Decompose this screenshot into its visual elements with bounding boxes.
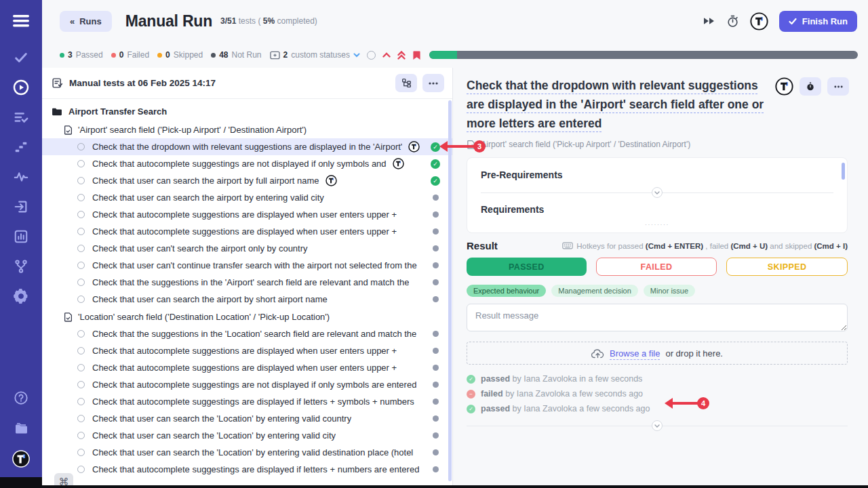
passed-result-button[interactable]: PASSED	[467, 258, 587, 276]
test-row[interactable]: Check that user can search the airport b…	[42, 172, 452, 189]
suite-row[interactable]: 'Airport' search field ('Pick-up Airport…	[42, 121, 452, 138]
timer-button[interactable]	[800, 77, 821, 96]
assignee-avatar-logo	[393, 158, 404, 169]
test-title: Check that autocomplete suggestions are …	[92, 363, 397, 373]
not-run-status-icon	[433, 449, 439, 455]
test-list-scrollbar[interactable]	[448, 100, 452, 481]
status-count-item[interactable]: 0 Failed	[111, 50, 149, 60]
test-row[interactable]: Check that user can search the airport b…	[42, 291, 452, 308]
test-row[interactable]: Check that user can't search the airport…	[42, 240, 452, 257]
test-row[interactable]: Check that the suggestions in the 'Locat…	[42, 325, 452, 342]
test-state-circle-icon	[77, 160, 85, 167]
list-check-icon[interactable]	[12, 108, 30, 126]
import-icon[interactable]	[12, 198, 30, 216]
status-dot	[60, 53, 64, 58]
back-to-runs-button[interactable]: « Runs	[60, 11, 112, 32]
steps-icon[interactable]	[12, 138, 30, 156]
test-row[interactable]: Check that autocomplete suggestings are …	[42, 461, 452, 478]
collapse-toggle-icon[interactable]	[652, 187, 663, 198]
result-tag[interactable]: Management decision	[551, 285, 638, 297]
test-state-circle-icon	[77, 262, 85, 269]
file-upload-dropzone[interactable]: Browse a file or drop it here.	[467, 342, 848, 365]
test-case-title[interactable]: Check that the dropdown with relevant su…	[467, 76, 773, 133]
test-state-circle-icon	[77, 398, 85, 405]
failed-result-button[interactable]: FAILED	[596, 258, 717, 276]
card-scrollbar[interactable]	[842, 163, 845, 180]
test-state-circle-icon	[77, 330, 85, 338]
suite-row[interactable]: 'Location' search field ('Destination Lo…	[42, 308, 452, 325]
bookmark-icon[interactable]	[412, 50, 421, 60]
fast-forward-icon[interactable]	[703, 16, 715, 26]
history-status-word: passed	[481, 374, 510, 384]
text-segment: 5%	[263, 16, 275, 26]
app-sidebar	[0, 0, 42, 488]
branch-icon[interactable]	[12, 258, 30, 275]
test-row[interactable]: Check that autocomplete suggestings are …	[42, 376, 452, 393]
suite-label: 'Airport' search field ('Pick-up Airport…	[78, 125, 307, 135]
folder-row[interactable]: Airport Transfer Search	[42, 102, 452, 121]
bar-chart-icon[interactable]	[12, 228, 30, 245]
more-options-button[interactable]	[827, 77, 849, 96]
test-row[interactable]: Check that the dropdown with relevant su…	[42, 138, 452, 155]
skipped-result-button[interactable]: SKIPPED	[726, 258, 848, 276]
not-run-status-icon	[433, 331, 439, 337]
result-tag[interactable]: Expected behaviour	[467, 285, 546, 297]
test-row[interactable]: Check that autocomplete suggestions are …	[42, 206, 452, 223]
test-row[interactable]: Check that the suggestions in the 'Airpo…	[42, 274, 452, 291]
test-title: Check that user can search the 'Location…	[92, 447, 413, 458]
result-message-input[interactable]	[467, 304, 848, 331]
history-status-word: failed	[481, 389, 503, 399]
test-row[interactable]: Check that autocomplete suggestings are …	[42, 155, 452, 172]
history-text: by Iana Zavoloka in a few seconds	[510, 374, 642, 384]
folder-copy-icon[interactable]	[12, 420, 30, 437]
status-count-item[interactable]: 48 Not Run	[211, 50, 261, 60]
test-row[interactable]: Check that user can search the 'Location…	[42, 427, 452, 444]
test-title: Check that the dropdown with relevant su…	[92, 142, 402, 152]
browse-file-link[interactable]: Browse a file	[610, 348, 660, 359]
tree-view-button[interactable]	[395, 74, 417, 92]
chevron-up-icon[interactable]	[382, 52, 391, 58]
assignee-avatar-logo[interactable]	[775, 77, 793, 96]
collapse-toggle-icon[interactable]	[652, 420, 663, 431]
status-count-item[interactable]: 0 Skipped	[157, 50, 203, 60]
document-icon	[64, 125, 73, 135]
failed-status-icon: −	[467, 390, 475, 399]
test-title: Check that user can't continue transfer …	[92, 260, 417, 270]
timer-icon[interactable]	[726, 15, 739, 28]
test-state-circle-icon	[77, 415, 85, 422]
status-count: 48	[219, 50, 228, 60]
menu-icon[interactable]	[12, 12, 30, 30]
result-tag[interactable]: Minor issue	[644, 285, 695, 297]
gear-icon[interactable]	[12, 287, 30, 305]
test-row[interactable]: Check that autocomplete suggestions are …	[42, 359, 452, 376]
custom-statuses-toggle[interactable]: 2 custom statuses	[270, 50, 360, 60]
pulse-icon[interactable]	[12, 168, 30, 186]
test-row[interactable]: Check that user can search the 'Location…	[42, 410, 452, 427]
back-to-runs-label: Runs	[79, 16, 102, 26]
run-header: « Runs Manual Run 3/51 tests ( 5% comple…	[42, 0, 868, 42]
status-count-item[interactable]: 3 Passed	[60, 50, 103, 60]
test-title: Check that user can search the 'Location…	[92, 430, 336, 441]
drag-handle[interactable]: ∙∙∙∙∙∙∙∙	[481, 222, 833, 227]
user-avatar-logo[interactable]	[750, 12, 768, 30]
test-row[interactable]: Check that user can search the 'Location…	[42, 444, 452, 461]
chevrons-left-icon: «	[70, 16, 75, 26]
test-row[interactable]: Check that user can search the airport b…	[42, 189, 452, 206]
double-chevron-up-icon[interactable]	[397, 51, 406, 60]
test-row[interactable]: Check that autocomplete suggestions are …	[42, 223, 452, 240]
help-icon[interactable]	[12, 389, 30, 407]
more-options-button[interactable]	[422, 74, 444, 92]
finish-run-button[interactable]: Finish Run	[779, 11, 857, 32]
test-state-circle-icon	[77, 245, 85, 252]
circle-outline-icon[interactable]	[367, 51, 376, 60]
passed-status-icon: ✓	[431, 176, 440, 186]
play-circle-icon[interactable]	[12, 79, 30, 96]
text-segment: Hotkeys for passed	[576, 242, 646, 250]
logo-avatar[interactable]	[12, 450, 30, 468]
custom-status-icon	[270, 51, 280, 60]
check-icon[interactable]	[12, 49, 30, 66]
annotation-badge-4: 4	[697, 397, 709, 409]
test-row[interactable]: Check that autocomplete suggestions are …	[42, 342, 452, 359]
test-row[interactable]: Check that autocomplete suggestings are …	[42, 393, 452, 410]
test-row[interactable]: Check that user can't continue transfer …	[42, 257, 452, 274]
